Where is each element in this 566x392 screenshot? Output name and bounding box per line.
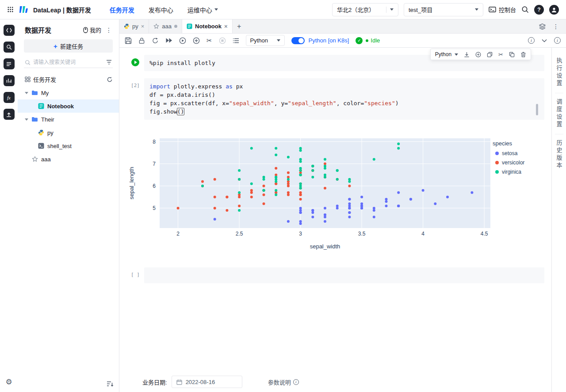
rail-data-query-icon[interactable] — [4, 42, 15, 53]
svg-text:4.5: 4.5 — [481, 231, 488, 237]
rail-metrics-icon[interactable] — [4, 75, 15, 86]
business-date-input[interactable]: 2022-08-16 — [172, 376, 242, 388]
info-icon[interactable]: i — [528, 37, 535, 44]
save-icon[interactable] — [125, 37, 132, 44]
add-cell-below-icon[interactable] — [475, 52, 481, 57]
new-tab-button[interactable]: + — [233, 19, 246, 33]
plotly-chart: 22.533.544.55678sepal_widthsepal_length … — [126, 137, 543, 250]
run-all-icon[interactable] — [165, 38, 172, 43]
legend-item-virginica[interactable]: virginica — [493, 169, 543, 175]
new-task-button[interactable]: + 新建任务 — [24, 39, 113, 53]
code-line: import plotly.express as px — [149, 82, 539, 91]
svg-text:3.5: 3.5 — [358, 231, 366, 237]
sidebar-more-icon[interactable]: ⋮ — [104, 27, 114, 34]
cut-cell-icon[interactable]: ✂ — [207, 37, 212, 45]
svg-text:5: 5 — [153, 205, 156, 211]
scatter-plot[interactable]: 22.533.544.55678sepal_widthsepal_length — [126, 137, 493, 250]
help-icon[interactable]: ? — [534, 5, 544, 15]
k8s-toggle[interactable] — [291, 37, 305, 44]
panel-schedule-settings[interactable]: 调度设置 — [555, 93, 563, 134]
svg-text:8: 8 — [153, 139, 156, 145]
cell-running-icon[interactable] — [131, 58, 139, 66]
tree-item-notebook[interactable]: Notebook — [18, 99, 119, 113]
search-icon — [25, 60, 31, 65]
main-area: py × aaa Notebook × + ⋮ — [119, 19, 566, 392]
svg-text:sepal_length: sepal_length — [128, 167, 135, 200]
run-cell-icon[interactable] — [179, 37, 186, 44]
dataleap-logo-icon — [19, 6, 28, 13]
tab-notebook[interactable]: Notebook × — [182, 19, 233, 33]
apps-grid-icon[interactable] — [7, 6, 14, 13]
duplicate-cell-icon[interactable] — [509, 52, 515, 57]
panel-help-icon[interactable]: i — [554, 37, 561, 44]
stop-kernel-icon[interactable] — [219, 37, 226, 44]
sidebar-search — [24, 57, 113, 68]
console-link[interactable]: 控制台 — [489, 5, 516, 14]
rail-functions-icon[interactable]: fx — [4, 92, 15, 103]
nav-publish-center[interactable]: 发布中心 — [149, 5, 173, 14]
tab-close-icon[interactable]: × — [224, 23, 228, 29]
avatar[interactable] — [549, 5, 559, 15]
mine-filter-toggle[interactable]: 我的 — [83, 26, 101, 34]
cut-cell-icon[interactable]: ✂ — [498, 51, 503, 58]
panel-history-versions[interactable]: 历史版本 — [555, 134, 563, 175]
convert-cell-icon[interactable] — [464, 52, 470, 57]
panel-execution-settings[interactable]: 执行设置 — [555, 52, 563, 93]
rail-resource-upload-icon[interactable] — [4, 109, 15, 120]
refresh-icon[interactable] — [107, 76, 113, 83]
region-select[interactable]: 华北2（北京） — [332, 3, 398, 16]
empty-cell[interactable]: [ ] — [126, 267, 544, 283]
layers-icon[interactable] — [539, 23, 546, 30]
tab-close-icon[interactable]: × — [141, 23, 145, 29]
search-icon[interactable] — [521, 6, 529, 13]
cell-language-select[interactable]: Python — [435, 51, 458, 57]
star-icon — [32, 156, 38, 162]
tabbar-more-icon[interactable]: ⋮ — [551, 23, 561, 30]
project-select[interactable]: test_项目 — [404, 3, 483, 16]
svg-text:4: 4 — [421, 231, 424, 237]
code-line: df = px.data.iris() — [149, 91, 539, 99]
submit-publish-icon[interactable] — [152, 37, 159, 44]
settings-gear-icon[interactable]: ⚙ — [5, 377, 12, 387]
collapse-chevron-icon[interactable] — [542, 39, 547, 42]
star-icon — [153, 23, 159, 29]
filter-icon[interactable] — [106, 60, 112, 65]
sort-icon[interactable] — [107, 381, 114, 387]
tree-folder-their[interactable]: Their — [18, 113, 119, 126]
params-help[interactable]: 参数说明 i — [268, 378, 299, 386]
tree-folder-my[interactable]: My — [18, 86, 119, 99]
plus-icon: + — [54, 43, 57, 49]
tab-py[interactable]: py × — [119, 19, 149, 33]
top-header: DataLeap | 数据开发 任务开发 发布中心 运维中心 华北2（北京） t… — [0, 0, 566, 19]
top-nav: 任务开发 发布中心 运维中心 — [110, 5, 218, 14]
copy-cell-icon[interactable] — [487, 52, 493, 57]
empty-cell-editor[interactable] — [144, 267, 544, 283]
grid-icon — [25, 76, 31, 82]
legend-item-versicolor[interactable]: versicolor — [493, 160, 543, 166]
nav-ops-center[interactable]: 运维中心 — [187, 5, 218, 14]
kernel-status: Idle — [366, 37, 380, 44]
add-cell-icon[interactable] — [193, 37, 200, 44]
legend-item-setosa[interactable]: setosa — [493, 150, 543, 156]
console-icon — [489, 6, 496, 13]
chevron-down-icon — [277, 39, 280, 42]
lock-icon[interactable] — [138, 37, 145, 44]
nav-task-development[interactable]: 任务开发 — [110, 5, 134, 14]
tab-aaa[interactable]: aaa — [149, 19, 182, 33]
notebook-canvas: Python ✂ — [119, 48, 551, 392]
search-input[interactable] — [33, 59, 103, 65]
cell-scrollbar[interactable] — [536, 104, 538, 115]
delete-cell-icon[interactable] — [520, 52, 526, 57]
cell-2-editor[interactable]: import plotly.express as px df = px.data… — [144, 78, 544, 120]
tree-item-py[interactable]: py — [18, 126, 119, 139]
folder-icon — [31, 117, 38, 122]
rail-task-list-icon[interactable] — [4, 58, 15, 69]
svg-text:3: 3 — [299, 231, 302, 237]
code-cell-2[interactable]: [2] import plotly.express as px df = px.… — [126, 78, 544, 120]
rail-data-dev-icon[interactable] — [4, 25, 15, 36]
tree-item-shell-test[interactable]: shell_test — [18, 139, 119, 152]
language-select[interactable]: Python — [246, 35, 285, 46]
task-sidebar: 数据开发 我的 ⋮ + 新建任务 任务开发 My — [18, 19, 119, 392]
outline-list-icon[interactable] — [233, 38, 239, 43]
tree-item-aaa[interactable]: aaa — [18, 152, 119, 166]
